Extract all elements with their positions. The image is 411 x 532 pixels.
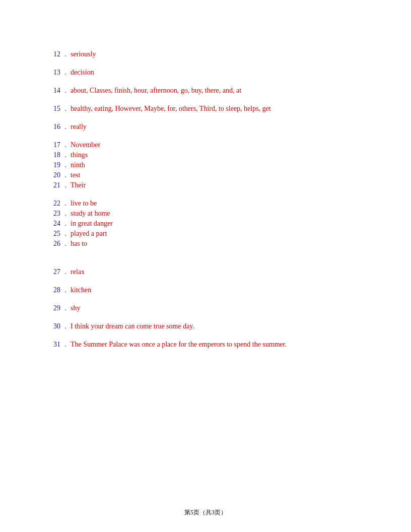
item-dot-26: . (60, 240, 71, 248)
answer-line-22: 22 . live to be (45, 200, 366, 208)
item-dot-28: . (60, 286, 71, 294)
item-number-25: 25 (45, 230, 60, 238)
page-footer: 第5页（共3页） (0, 508, 411, 517)
item-answer-18: things (71, 151, 88, 159)
item-number-30: 30 (45, 322, 60, 330)
item-answer-16: really (71, 123, 87, 131)
answer-line-19: 19 . ninth (45, 161, 366, 169)
item-number-21: 21 (45, 181, 60, 189)
item-number-20: 20 (45, 171, 60, 179)
item-answer-31: The Summer Palace was once a place for t… (71, 341, 287, 349)
item-answer-12: seriously (71, 50, 96, 58)
answer-line-13: 13 . decision (45, 69, 366, 77)
item-dot-13: . (60, 69, 71, 77)
item-answer-21: Their (71, 181, 86, 189)
answer-line-28: 28 . kitchen (45, 286, 366, 294)
item-answer-26: has to (71, 240, 87, 248)
item-answer-19: ninth (71, 161, 85, 169)
item-dot-17: . (60, 141, 71, 149)
item-dot-25: . (60, 230, 71, 238)
item-number-31: 31 (45, 341, 60, 349)
answer-line-30: 30 . I think your dream can come true so… (45, 322, 366, 330)
item-answer-17: November (71, 141, 100, 149)
item-answer-14: about, Classes, finish, hour, afternoon,… (71, 87, 241, 95)
footer-text: 第5页（共3页） (184, 509, 227, 516)
item-dot-31: . (60, 341, 71, 349)
item-answer-28: kitchen (71, 286, 91, 294)
item-number-14: 14 (45, 87, 60, 95)
item-dot-16: . (60, 123, 71, 131)
item-number-18: 18 (45, 151, 60, 159)
item-dot-14: . (60, 87, 71, 95)
item-answer-15: healthy, eating, However, Maybe, for, ot… (71, 105, 271, 113)
answer-line-17: 17 . November (45, 141, 366, 149)
item-dot-24: . (60, 220, 71, 228)
item-dot-12: . (60, 50, 71, 58)
item-dot-19: . (60, 161, 71, 169)
item-answer-23: study at home (71, 210, 110, 218)
item-answer-20: test (71, 171, 80, 179)
answer-line-29: 29 . shy (45, 304, 366, 312)
item-dot-27: . (60, 268, 71, 276)
item-number-22: 22 (45, 200, 60, 208)
item-answer-24: in great danger (71, 220, 113, 228)
item-number-15: 15 (45, 105, 60, 113)
item-number-26: 26 (45, 240, 60, 248)
item-number-28: 28 (45, 286, 60, 294)
item-dot-15: . (60, 105, 71, 113)
answer-line-12: 12 . seriously (45, 50, 366, 58)
answer-line-25: 25 . played a part (45, 230, 366, 238)
answer-line-16: 16 . really (45, 123, 366, 131)
answer-line-27: 27 . relax (45, 268, 366, 276)
item-dot-29: . (60, 304, 71, 312)
item-dot-20: . (60, 171, 71, 179)
item-dot-30: . (60, 322, 71, 330)
answer-line-24: 24 . in great danger (45, 220, 366, 228)
item-number-12: 12 (45, 50, 60, 58)
item-number-29: 29 (45, 304, 60, 312)
item-number-17: 17 (45, 141, 60, 149)
answer-line-21: 21 . Their (45, 181, 366, 189)
item-answer-29: shy (71, 304, 80, 312)
answer-line-14: 14 . about, Classes, finish, hour, after… (45, 87, 366, 95)
answer-line-18: 18 . things (45, 151, 366, 159)
item-answer-13: decision (71, 69, 94, 77)
answer-line-31: 31 . The Summer Palace was once a place … (45, 341, 366, 349)
answer-line-20: 20 . test (45, 171, 366, 179)
item-number-19: 19 (45, 161, 60, 169)
item-number-24: 24 (45, 220, 60, 228)
answer-line-23: 23 . study at home (45, 210, 366, 218)
answer-line-15: 15 . healthy, eating, However, Maybe, fo… (45, 105, 366, 113)
item-dot-23: . (60, 210, 71, 218)
item-dot-21: . (60, 181, 71, 189)
item-number-27: 27 (45, 268, 60, 276)
item-dot-22: . (60, 200, 71, 208)
page: 12 . seriously 13 . decision 14 . about,… (0, 0, 411, 532)
item-answer-30: I think your dream can come true some da… (71, 322, 194, 330)
item-answer-27: relax (71, 268, 85, 276)
item-dot-18: . (60, 151, 71, 159)
item-answer-22: live to be (71, 200, 97, 208)
answer-line-26: 26 . has to (45, 240, 366, 248)
item-number-16: 16 (45, 123, 60, 131)
item-answer-25: played a part (71, 230, 107, 238)
item-number-23: 23 (45, 210, 60, 218)
item-number-13: 13 (45, 69, 60, 77)
